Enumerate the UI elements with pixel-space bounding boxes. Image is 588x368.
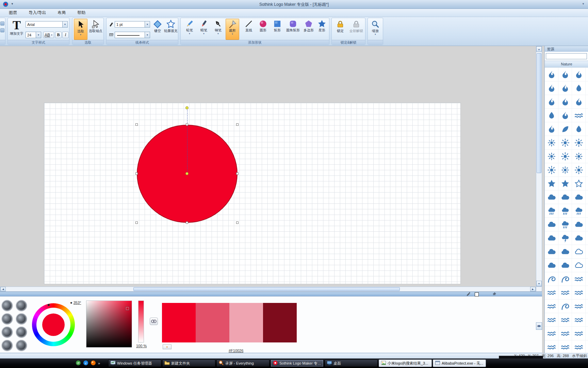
style-preset-thumbnail[interactable] (1, 326, 13, 338)
swatch-4[interactable] (263, 303, 297, 342)
resource-item-sun[interactable] (558, 150, 572, 163)
pen-tool[interactable]: 钢笔 ▼ (211, 19, 225, 40)
resource-item-drop[interactable] (572, 122, 586, 136)
resource-item-wave[interactable] (572, 340, 586, 353)
resource-item-flame[interactable] (545, 68, 558, 81)
line-tool[interactable]: 直线 (242, 19, 256, 40)
select-anchor-tool[interactable]: 选取锚点 (88, 19, 103, 40)
style-preset-thumbnail[interactable] (16, 340, 27, 351)
selection-handle-n[interactable] (186, 123, 188, 126)
panel-toggle-button[interactable]: ◀▶ (536, 322, 542, 330)
resource-item-wave[interactable] (572, 300, 586, 313)
chevron-down-icon[interactable]: ▼ (183, 32, 196, 35)
style-preset-thumbnail[interactable] (16, 313, 27, 325)
taskbar-button-folder[interactable]: 新建文件夹 (162, 359, 215, 367)
line-dash-select[interactable]: ▼ (115, 32, 150, 38)
resource-item-sun[interactable] (545, 163, 558, 177)
resource-item-wave[interactable] (586, 286, 588, 300)
resource-item-wave[interactable] (558, 327, 572, 340)
zoom-button[interactable]: 缩放 ▼ (369, 19, 382, 40)
green-app-icon[interactable] (76, 360, 81, 367)
line-width-select[interactable]: 1 pt ▼ (115, 21, 150, 28)
scroll-right-icon[interactable]: ▶ (530, 287, 536, 291)
resource-item-wave[interactable] (558, 313, 572, 327)
resource-item-swirl[interactable] (586, 272, 588, 286)
select-tool[interactable]: 选取 ▼ (74, 19, 87, 40)
resource-item-wave[interactable] (545, 300, 558, 313)
scroll-down-icon[interactable]: ▼ (536, 281, 542, 286)
swatch-2[interactable] (196, 303, 229, 342)
resource-item-cloud[interactable] (558, 259, 572, 272)
taskbar-button-window[interactable]: AlibabaProtect.exe - 无... (433, 359, 486, 367)
polygon-tool[interactable]: 多边形 (302, 19, 315, 40)
resource-item-wave[interactable] (545, 340, 558, 353)
chevron-down-icon[interactable]: ▼ (36, 32, 41, 38)
resource-item-star[interactable] (586, 177, 588, 190)
taskbar-button-everything[interactable]: 录屏 - Everything (216, 359, 270, 367)
resource-item-star[interactable] (545, 177, 558, 190)
resource-item-wave[interactable] (572, 109, 586, 122)
resource-item-cloud[interactable] (545, 259, 558, 272)
case-button[interactable]: AB▼ (43, 32, 54, 38)
link-colors-button[interactable] (150, 318, 158, 325)
knife-tool[interactable]: 裁剪 ▼ (226, 19, 239, 40)
resource-item-wave[interactable] (572, 327, 586, 340)
resource-item-sun[interactable] (558, 136, 572, 150)
resource-item-flame[interactable] (558, 68, 572, 81)
resource-item-cloud_rain[interactable] (572, 204, 586, 218)
resource-item-cloud[interactable] (586, 245, 588, 259)
resource-item-wave[interactable] (586, 313, 588, 327)
hue-marker[interactable] (48, 304, 50, 306)
font-select[interactable]: Arial ▼ (26, 21, 68, 28)
resource-item-cloud[interactable] (586, 259, 588, 272)
resource-item-sunburst[interactable] (545, 136, 558, 150)
taskbar-button-picture[interactable]: 小米logo的搜索结果_3... (379, 359, 432, 367)
resource-item-cloud_bolt[interactable] (558, 231, 572, 245)
resource-item-cloud[interactable] (586, 218, 588, 231)
resource-item-sunburst[interactable] (572, 150, 586, 163)
horizontal-scroll-thumb[interactable] (133, 287, 400, 291)
resource-item-cloud_rain[interactable] (558, 204, 572, 218)
resource-item-flame[interactable] (572, 95, 586, 109)
lock-button[interactable]: 锁定 (333, 19, 347, 40)
clipped-icon[interactable] (0, 28, 4, 32)
resource-item-swirl[interactable] (558, 272, 572, 286)
add-text-button[interactable]: T 增加文字 (9, 19, 24, 40)
resource-item-flame[interactable] (545, 81, 558, 95)
color-wheel[interactable] (32, 303, 75, 346)
resource-item-wave[interactable] (545, 313, 558, 327)
resource-item-cloud[interactable] (558, 245, 572, 259)
clipped-icon[interactable] (0, 21, 4, 26)
hollow-tool[interactable]: 镂空 (151, 19, 164, 40)
resource-item-cloud[interactable] (545, 218, 558, 231)
selection-handle-se[interactable] (236, 221, 239, 224)
chevron-icon[interactable]: » (98, 361, 100, 365)
value-slider[interactable] (138, 301, 144, 342)
resource-item-star[interactable] (558, 177, 572, 190)
chevron-down-icon[interactable]: ▼ (197, 32, 211, 35)
resource-item-flame[interactable] (558, 81, 572, 95)
chevron-down-icon[interactable]: ▼ (145, 21, 150, 27)
vertical-scroll-thumb[interactable] (537, 53, 541, 173)
resource-item-cloud_rain[interactable] (558, 218, 572, 231)
vertical-scrollbar[interactable]: ▲ ▼ (536, 46, 542, 287)
resource-item-flame[interactable] (558, 95, 572, 109)
font-size-select[interactable]: 24 ▼ (26, 32, 41, 38)
resource-item-swirl[interactable] (545, 272, 558, 286)
resource-item-wave[interactable] (572, 272, 586, 286)
resource-item-wave[interactable] (586, 300, 588, 313)
canvas-page[interactable] (44, 103, 461, 284)
resource-item-wave[interactable] (586, 340, 588, 353)
outline-fill-tool[interactable]: 轮廓填充 (164, 19, 178, 40)
swatch-3[interactable] (229, 303, 263, 342)
swatch-1[interactable] (162, 303, 196, 342)
current-color-well[interactable] (475, 292, 479, 296)
selection-handle-nw[interactable] (135, 123, 138, 126)
saturation-value-square[interactable] (86, 301, 132, 348)
resource-item-flame[interactable] (586, 81, 588, 95)
resource-item-wave[interactable] (586, 327, 588, 340)
resource-item-wave[interactable] (558, 340, 572, 353)
selection-handle-e[interactable] (236, 172, 239, 175)
chevron-down-icon[interactable]: ▼ (226, 33, 239, 35)
center-handle[interactable] (185, 172, 189, 175)
